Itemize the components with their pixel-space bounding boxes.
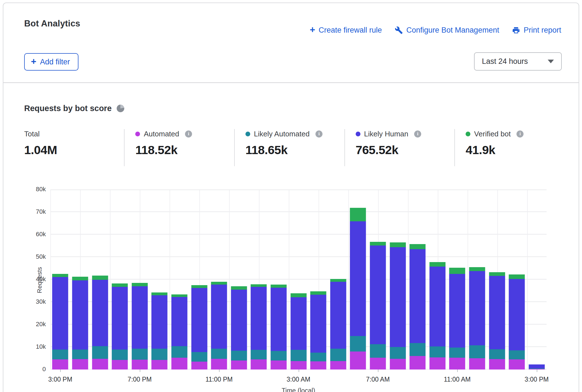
- bar-13-300am[interactable]: [290, 293, 306, 370]
- stat-likely-automated-label: Likely Automated: [254, 130, 310, 138]
- bar-15-500am[interactable]: [330, 279, 346, 370]
- bar-3-500pm[interactable]: [92, 276, 108, 370]
- bar-segment-verified-bot: [390, 242, 406, 247]
- bar-18-800am[interactable]: [390, 242, 406, 370]
- bar-segment-likely-automated: [410, 343, 426, 356]
- time-range-value: Last 24 hours: [482, 57, 528, 66]
- bar-19-900am[interactable]: [410, 244, 426, 370]
- x-axis-title: Time (local): [50, 387, 547, 392]
- bar-segment-verified-bot: [429, 262, 445, 267]
- x-tick-label-700am: 7:00 AM: [366, 376, 390, 383]
- bar-segment-automated: [390, 359, 406, 370]
- bar-25-300pm[interactable]: [529, 364, 545, 370]
- create-firewall-rule-link[interactable]: + Create firewall rule: [310, 26, 382, 35]
- add-filter-button[interactable]: + Add filter: [24, 53, 78, 71]
- plus-icon: +: [31, 57, 36, 66]
- x-tick-label-1100am: 11:00 AM: [444, 376, 471, 383]
- add-filter-label: Add filter: [40, 58, 70, 66]
- bar-4-600pm[interactable]: [112, 283, 128, 370]
- info-icon[interactable]: i: [414, 130, 421, 138]
- bar-segment-automated: [509, 359, 525, 370]
- bar-segment-automated: [231, 361, 247, 370]
- bar-6-800pm[interactable]: [152, 292, 168, 370]
- bar-7-900pm[interactable]: [171, 294, 187, 370]
- pie-chart-icon: [117, 105, 124, 112]
- bar-10-1200am[interactable]: [231, 286, 247, 370]
- stat-total: Total 1.04M: [24, 129, 124, 166]
- bar-segment-verified-bot: [410, 244, 426, 249]
- bar-segment-likely-automated: [112, 350, 128, 360]
- bar-23-100pm[interactable]: [489, 272, 505, 370]
- bar-segment-likely-automated: [290, 350, 306, 361]
- bar-segment-likely-automated: [469, 345, 485, 358]
- bar-segment-verified-bot: [92, 276, 108, 280]
- configure-bot-management-link[interactable]: Configure Bot Management: [395, 26, 499, 35]
- bar-5-700pm[interactable]: [132, 283, 148, 370]
- bar-segment-automated: [132, 360, 148, 370]
- bar-9-1100pm[interactable]: [211, 282, 227, 370]
- bar-segment-likely-automated: [330, 349, 346, 361]
- bar-segment-likely-automated: [390, 347, 406, 359]
- bar-segment-automated: [489, 359, 505, 370]
- bar-16-600am[interactable]: [350, 208, 366, 370]
- x-tick-mark: [457, 370, 458, 372]
- y-tick-label-20k: 20k: [21, 321, 46, 328]
- bar-1-300pm[interactable]: [52, 274, 68, 370]
- info-icon[interactable]: i: [516, 130, 524, 138]
- create-firewall-rule-label: Create firewall rule: [319, 26, 382, 35]
- bar-segment-likely-human: [310, 295, 326, 353]
- bar-11-100am[interactable]: [251, 284, 267, 370]
- stat-likely-automated: Likely Automated i 118.65k: [234, 129, 344, 166]
- bar-22-1200pm[interactable]: [469, 267, 485, 370]
- time-range-select[interactable]: Last 24 hours: [474, 52, 562, 71]
- bar-segment-automated: [270, 361, 287, 370]
- bar-segment-likely-automated: [171, 346, 187, 358]
- bar-segment-likely-human: [52, 277, 68, 350]
- bar-segment-likely-human: [211, 285, 227, 349]
- bar-2-400pm[interactable]: [72, 277, 88, 370]
- bar-segment-likely-automated: [489, 349, 505, 359]
- bar-12-200am[interactable]: [270, 285, 287, 370]
- bar-segment-automated: [330, 361, 346, 370]
- bar-segment-likely-automated: [231, 351, 247, 361]
- x-tick-mark: [378, 370, 378, 372]
- bar-17-700am[interactable]: [370, 242, 386, 370]
- bar-21-1100am[interactable]: [449, 268, 465, 370]
- bar-segment-likely-automated: [92, 346, 108, 359]
- y-tick-label-30k: 30k: [21, 298, 46, 305]
- bar-segment-likely-human: [370, 245, 386, 344]
- automated-legend-dot: [135, 132, 140, 136]
- bar-14-400am[interactable]: [310, 291, 326, 370]
- x-tick-mark: [299, 370, 299, 372]
- y-tick-label-0: 0: [21, 366, 46, 373]
- x-tick-mark: [140, 370, 140, 372]
- stat-likely-human-value: 765.52k: [356, 143, 455, 157]
- bar-20-1000am[interactable]: [429, 262, 445, 370]
- plus-icon: +: [310, 25, 315, 34]
- bar-segment-likely-human: [132, 286, 148, 349]
- print-report-link[interactable]: Print report: [512, 26, 561, 35]
- bar-segment-automated: [310, 361, 326, 370]
- bar-segment-automated: [251, 359, 267, 370]
- bot-analytics-card: Bot Analytics + Create firewall rule Con…: [3, 3, 579, 392]
- bar-segment-likely-automated: [152, 349, 168, 360]
- header-divider: [3, 82, 579, 83]
- verified-bot-legend-dot: [466, 132, 470, 136]
- info-icon[interactable]: i: [185, 130, 192, 138]
- bar-24-200pm[interactable]: [509, 274, 525, 370]
- stat-verified-bot-label: Verified bot: [474, 130, 511, 138]
- bar-segment-automated: [350, 352, 366, 370]
- bar-segment-likely-human: [509, 279, 525, 350]
- stat-total-value: 1.04M: [24, 143, 124, 157]
- bar-segment-automated: [52, 359, 68, 370]
- bar-segment-verified-bot: [52, 274, 68, 277]
- bar-segment-likely-automated: [350, 336, 366, 352]
- bar-segment-likely-automated: [370, 344, 386, 358]
- bar-segment-likely-human: [469, 271, 485, 345]
- bar-segment-verified-bot: [211, 282, 227, 285]
- info-icon[interactable]: i: [315, 130, 322, 138]
- bar-8-1000pm[interactable]: [191, 285, 207, 370]
- y-tick-label-50k: 50k: [21, 253, 46, 260]
- bar-segment-likely-human: [489, 276, 505, 349]
- stat-automated-value: 118.52k: [135, 143, 234, 157]
